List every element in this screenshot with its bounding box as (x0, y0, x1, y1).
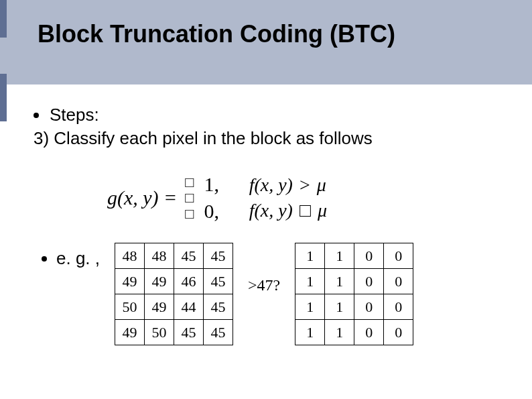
bullet-steps: Steps: (34, 105, 505, 125)
arrow-label: >47? (248, 276, 280, 294)
value-column: 1, 0, (202, 173, 221, 223)
grid-cell: 49 (115, 320, 145, 345)
example-row: e. g. , 48484545494946455049444549504545… (34, 243, 505, 345)
right-grid-table: 1100110011001100 (295, 243, 413, 345)
formula-lhs: g(x, y) = (107, 186, 177, 209)
grid-cell: 1 (295, 243, 325, 269)
grid-cell: 50 (115, 294, 145, 320)
grid-cell: 0 (354, 320, 384, 345)
grid-cell: 1 (325, 294, 354, 320)
grid-cell: 49 (145, 294, 174, 320)
accent-bar (0, 0, 7, 38)
arrow-column: >47? (248, 276, 280, 294)
content-area: Steps: 3) Classify each pixel in the blo… (0, 84, 532, 345)
bullet-icon (34, 113, 39, 118)
grid-cell: 0 (384, 320, 413, 345)
case-value-1: 1, (202, 173, 221, 196)
box-glyph: □ (185, 190, 194, 205)
grid-cell: 1 (325, 320, 354, 345)
grid-cell: 44 (174, 294, 204, 320)
case-value-0: 0, (202, 200, 221, 223)
grid-cell: 45 (204, 269, 233, 294)
condition-column: f(x, y) > μ f(x, y) □ μ (249, 174, 327, 221)
side-accent-bars (0, 0, 12, 399)
accent-bar (0, 74, 7, 121)
bullet-label: Steps: (50, 105, 99, 125)
left-grid-table: 48484545494946455049444549504545 (115, 243, 233, 345)
grid-cell: 0 (354, 294, 384, 320)
example-label-wrap: e. g. , (42, 248, 100, 269)
condition-row-0: f(x, y) □ μ (249, 200, 327, 221)
grid-cell: 48 (115, 243, 145, 269)
cond0-op: □ (300, 200, 311, 221)
grid-cell: 1 (325, 269, 354, 294)
example-label: e. g. , (56, 248, 100, 269)
grid-cell: 0 (384, 243, 413, 269)
bullet-icon (42, 256, 47, 262)
page-title: Block Truncation Coding (BTC) (38, 20, 532, 48)
grid-cell: 50 (145, 320, 174, 345)
cond1-lhs: f(x, y) (249, 174, 293, 196)
grid-cell: 0 (354, 243, 384, 269)
box-glyph: □ (185, 174, 194, 190)
grid-cell: 0 (354, 269, 384, 294)
grid-cell: 0 (384, 294, 413, 320)
grid-cell: 49 (145, 269, 174, 294)
grid-cell: 45 (174, 243, 204, 269)
grid-cell: 1 (295, 269, 325, 294)
cond0-rhs: μ (318, 200, 327, 221)
grid-cell: 1 (325, 243, 354, 269)
cond1-op: > (300, 174, 310, 196)
grid-cell: 0 (384, 269, 413, 294)
box-glyph: □ (185, 206, 194, 221)
grid-cell: 45 (204, 243, 233, 269)
brace-column: □ □ □ (185, 174, 194, 221)
grid-cell: 49 (115, 269, 145, 294)
grid-cell: 1 (295, 320, 325, 345)
cond1-rhs: μ (317, 174, 326, 196)
step-text: 3) Classify each pixel in the block as f… (34, 128, 505, 149)
header-band: Block Truncation Coding (BTC) (0, 0, 532, 84)
formula: g(x, y) = □ □ □ 1, 0, f(x, y) > μ f(x, y… (107, 173, 505, 223)
cond0-lhs: f(x, y) (249, 200, 293, 221)
grid-cell: 45 (174, 320, 204, 345)
grid-cell: 45 (204, 294, 233, 320)
grid-cell: 46 (174, 269, 204, 294)
condition-row-1: f(x, y) > μ (249, 174, 327, 196)
grid-cell: 48 (145, 243, 174, 269)
grid-cell: 1 (295, 294, 325, 320)
grid-cell: 45 (204, 320, 233, 345)
